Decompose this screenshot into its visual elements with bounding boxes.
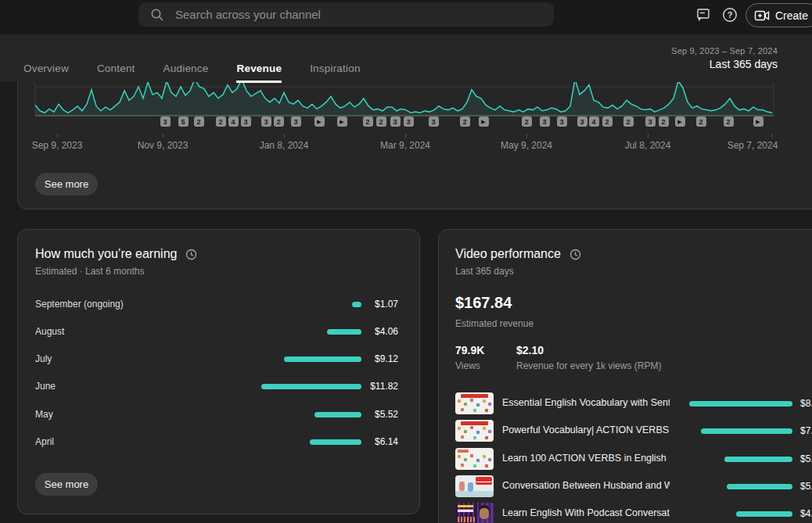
video-marker-play-badge[interactable]: ▶ <box>337 116 347 127</box>
month-label: April <box>35 436 54 447</box>
x-axis-tick <box>163 134 163 138</box>
video-marker-count-badge[interactable]: 3 <box>241 116 251 127</box>
month-label: June <box>35 381 56 392</box>
video-marker-count-badge[interactable]: 2 <box>623 116 634 127</box>
video-marker-count-badge[interactable]: 2 <box>659 116 669 127</box>
video-marker-count-badge[interactable]: 3 <box>160 116 171 127</box>
video-thumbnail <box>455 420 494 442</box>
month-label: July <box>35 353 52 364</box>
video-title: Learn 100 ACTION VERBS in English | F... <box>502 453 670 464</box>
estimated-revenue-value: $167.84 <box>455 294 512 312</box>
x-axis-tick <box>526 134 527 138</box>
video-marker-play-badge[interactable]: ▶ <box>314 116 325 127</box>
video-title: Powerful Vocabulary| ACTION VERBS | ... <box>502 424 670 435</box>
video-marker-count-badge[interactable]: 3 <box>261 116 271 127</box>
video-marker-count-badge[interactable]: 2 <box>522 116 532 127</box>
video-marker-count-badge[interactable]: 3 <box>540 116 550 127</box>
video-marker-count-badge[interactable]: 2 <box>602 116 613 127</box>
video-marker-count-badge[interactable]: 3 <box>557 116 567 127</box>
x-axis-tick <box>648 134 649 138</box>
video-marker-count-badge[interactable]: 2 <box>376 116 386 127</box>
video-marker-count-badge[interactable]: 2 <box>274 116 284 127</box>
search-icon <box>150 8 164 22</box>
youtube-studio-analytics-page: 352243323▶▶223332▶233342232▶22▶ Sep 9, 2… <box>0 0 812 523</box>
month-label: May <box>35 409 53 420</box>
video-marker-play-badge[interactable]: ▶ <box>479 116 489 127</box>
x-axis-tick <box>771 134 772 138</box>
video-thumbnail <box>455 503 494 523</box>
chart-see-more-button[interactable]: See more <box>35 173 98 195</box>
video-marker-count-badge[interactable]: 2 <box>363 116 373 127</box>
views-value: 79.9K <box>455 344 484 356</box>
earnings-value: $5.52 <box>336 409 398 420</box>
x-axis-label: Mar 9, 2024 <box>380 140 430 151</box>
x-axis-tick <box>57 134 58 138</box>
video-card-title: Video performance <box>455 247 561 261</box>
create-button-label: Create <box>775 9 808 22</box>
earnings-value: $11.82 <box>336 381 398 392</box>
x-axis-tick <box>284 134 285 138</box>
video-revenue-bar <box>701 428 792 434</box>
video-revenue-value: $8. <box>800 398 812 409</box>
video-revenue-bar <box>727 484 792 489</box>
video-revenue-value: $4. <box>800 508 812 519</box>
video-thumbnail <box>455 475 494 497</box>
video-marker-count-badge[interactable]: 3 <box>429 116 439 127</box>
video-marker-count-badge[interactable]: 2 <box>696 116 706 127</box>
date-range-text: Sep 9, 2023 – Sep 7, 2024 <box>671 46 778 56</box>
video-marker-count-badge[interactable]: 3 <box>577 116 587 127</box>
earnings-card-subtitle: Estimated · Last 6 months <box>35 266 197 277</box>
rpm-label: Revenue for every 1k views (RPM) <box>516 360 661 371</box>
x-axis-label: Sep 7, 2024 <box>728 140 778 151</box>
time-period-icon <box>569 249 581 260</box>
views-label: Views <box>455 360 484 371</box>
earnings-value: $6.14 <box>336 436 398 447</box>
earnings-card-title: How much you’re earning <box>35 247 177 261</box>
create-icon <box>754 8 770 23</box>
video-marker-count-badge[interactable]: 4 <box>228 116 239 127</box>
earnings-card: How much you’re earning Estimated · Last… <box>17 229 420 514</box>
x-axis-label: May 9, 2024 <box>501 140 552 151</box>
video-marker-count-badge[interactable]: 4 <box>589 116 599 127</box>
video-marker-count-badge[interactable]: 2 <box>216 116 226 127</box>
video-marker-count-badge[interactable]: 2 <box>460 116 470 127</box>
video-revenue-bar <box>736 511 792 517</box>
video-marker-play-badge[interactable]: ▶ <box>675 116 685 127</box>
date-preset-text: Last 365 days <box>671 58 778 70</box>
earnings-value: $1.07 <box>336 299 398 310</box>
tab-overview[interactable]: Overview <box>23 63 69 83</box>
month-label: September (ongoing) <box>35 299 124 310</box>
video-marker-count-badge[interactable]: 3 <box>404 116 414 127</box>
video-revenue-value: $5. <box>800 481 812 492</box>
tab-inspiration[interactable]: Inspiration <box>310 63 361 83</box>
earnings-see-more-button[interactable]: See more <box>35 473 98 496</box>
tab-audience[interactable]: Audience <box>163 63 209 83</box>
video-marker-count-badge[interactable]: 3 <box>291 116 301 127</box>
time-period-icon <box>185 249 197 260</box>
video-marker-count-badge[interactable]: 2 <box>194 116 204 127</box>
video-marker-count-badge[interactable]: 3 <box>390 116 401 127</box>
video-marker-count-badge[interactable]: 3 <box>645 116 656 127</box>
create-button[interactable]: Create <box>746 3 812 27</box>
video-title: Essential English Vocabulary with Sente.… <box>502 397 670 408</box>
video-performance-card: Video performance Last 365 days $167.84 … <box>438 229 812 523</box>
video-marker-count-badge[interactable]: 5 <box>178 116 189 127</box>
video-title: Conversation Between Husband and Wi... <box>502 480 670 491</box>
video-title: Learn English With Podcast Conversatio..… <box>502 507 670 518</box>
earnings-value: $9.12 <box>336 353 398 364</box>
video-marker-play-badge[interactable]: ▶ <box>753 116 763 127</box>
search-bar[interactable] <box>138 2 554 27</box>
search-input[interactable] <box>174 7 521 22</box>
x-axis-label: Nov 9, 2023 <box>138 140 189 151</box>
analytics-tab-strip: OverviewContentAudienceRevenueInspiratio… <box>0 34 812 82</box>
video-thumbnail <box>455 448 494 470</box>
help-icon[interactable]: ? <box>721 6 738 23</box>
date-range-picker[interactable]: Sep 9, 2023 – Sep 7, 2024 Last 365 days <box>671 46 778 70</box>
feedback-icon[interactable] <box>695 6 712 23</box>
tab-revenue[interactable]: Revenue <box>236 63 282 83</box>
video-revenue-value: $5. <box>800 453 812 464</box>
tab-content[interactable]: Content <box>97 63 135 83</box>
estimated-revenue-label: Estimated revenue <box>455 318 534 329</box>
video-marker-count-badge[interactable]: 2 <box>724 116 734 127</box>
tab-bar: OverviewContentAudienceRevenueInspiratio… <box>23 63 361 83</box>
